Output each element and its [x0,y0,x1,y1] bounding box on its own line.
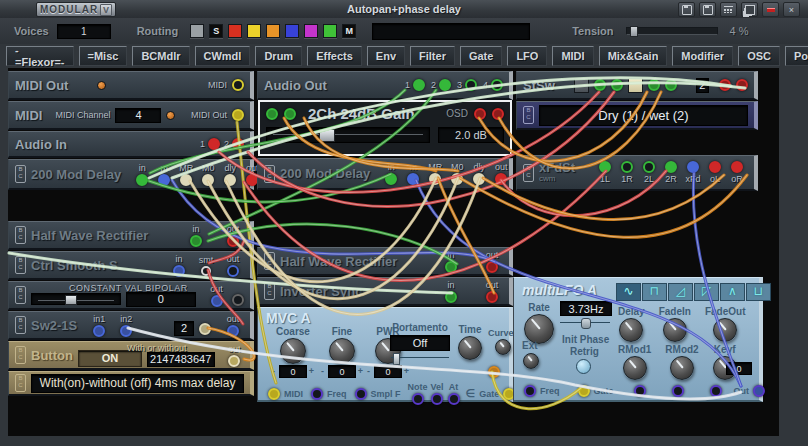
midi-channel-value[interactable]: 4 [115,108,161,123]
stsw-in-port-4[interactable] [665,79,677,91]
in-port[interactable] [190,235,202,247]
module-sw2-1s[interactable]: BC Sw2-1S in1 in2 2 out [8,311,254,340]
xfdst-port[interactable] [731,161,743,173]
note-port[interactable] [412,393,424,405]
lfo-knob[interactable] [619,318,643,342]
stsw-value[interactable]: 2 [696,78,709,93]
waveform-button[interactable]: ∿ [616,283,641,301]
library-tab[interactable]: CWmdl [195,46,251,66]
module-stsw[interactable]: StSw 2 [516,71,758,100]
delay-port[interactable] [429,173,441,185]
mvc-knob-value[interactable]: 0 [374,365,402,378]
mvc-knob[interactable] [329,338,355,364]
module-button[interactable]: BC Button With or without ON 2147483647 … [8,341,254,370]
ext-knob[interactable] [523,353,539,369]
gain-out-port-1[interactable] [474,108,486,120]
midi-port[interactable] [268,388,280,400]
time-knob[interactable] [458,336,482,360]
drywet-display[interactable]: Dry (1) / wet (2) [539,105,748,126]
lfo-knob[interactable] [663,318,687,342]
minimize-button[interactable] [762,2,779,17]
module-audio-in[interactable]: Audio In 12 [8,131,254,158]
stsw-in-port-2[interactable] [611,79,623,91]
button-value[interactable]: 2147483647 [147,352,215,367]
waveform-button[interactable]: ⊔ [746,283,771,301]
routing-display[interactable] [372,23,530,40]
delay-port[interactable] [180,174,192,186]
library-tab[interactable]: Effects [307,46,362,66]
gain-out-port-2[interactable] [492,108,504,120]
tension-handle[interactable] [630,26,638,37]
module-inverter-sync[interactable]: BC Inverter Sync in out [257,277,513,306]
out-port[interactable] [228,355,240,367]
module-multilfo-a[interactable]: multiLFO A ∿⊓◿◸∧⊔ Rate 3.73Hz Init Phase… [513,277,763,402]
library-tab[interactable]: Drum [255,46,302,66]
module-midi-out[interactable]: MIDI Out MIDI [8,71,254,100]
lfo-out-port-3[interactable] [710,385,722,397]
rate-value[interactable]: 3.73Hz [560,301,612,316]
in-port[interactable] [173,265,185,277]
delay-port[interactable] [407,173,419,185]
delay-port[interactable] [202,174,214,186]
module-ctrl-smooth[interactable]: BC Ctrl Smooth S in smt out [8,251,254,280]
smt-port[interactable] [201,266,211,276]
lfo-knob[interactable] [670,356,694,380]
xfdst-port[interactable] [709,161,721,173]
curves-knob[interactable] [495,339,511,355]
constant-slider[interactable] [31,293,121,305]
library-tab[interactable]: LFO [507,46,547,66]
module-audio-out[interactable]: Audio Out 1234 [257,71,513,100]
grid-panel-icon[interactable] [720,2,737,17]
xfdst-port[interactable] [621,161,633,173]
out-port[interactable] [486,261,498,273]
constant-value[interactable]: 0 [126,292,197,307]
delay-port[interactable] [451,173,463,185]
audio-out-port[interactable] [465,79,477,91]
delay-port[interactable] [136,174,148,186]
module-drywet-display[interactable]: BC Dry (1) / wet (2) [516,101,758,130]
out-port[interactable] [486,291,498,303]
audio-in-port[interactable] [232,138,244,150]
library-tab[interactable]: Gate [460,46,502,66]
audio-out-port[interactable] [439,79,451,91]
module-mod-delay-1[interactable]: BC 200 Mod Delay inmMRM0dlyout [8,159,254,190]
library-tab[interactable]: Env [367,46,405,66]
stsw-button-2[interactable] [628,78,643,93]
gain-slider[interactable] [266,127,430,143]
vel-port[interactable] [431,393,443,405]
out-port[interactable] [227,265,239,277]
aux-port[interactable] [232,294,244,306]
library-tab[interactable]: Modifier [672,46,733,66]
gain-in-port-1[interactable] [266,108,278,120]
module-mvc-a[interactable]: MVC A Coarse 0 Fine 0 PWR 0 Portamento O… [257,307,513,402]
lfo-out-port-1[interactable] [634,385,646,397]
save-as-icon[interactable] [699,2,716,17]
routing-swatch[interactable] [228,24,242,38]
save-icon[interactable] [678,2,695,17]
portamento-handle[interactable] [393,353,400,365]
waveform-button[interactable]: ∧ [720,283,745,301]
midi-port[interactable] [232,79,244,91]
keyf-value[interactable]: 0 [726,362,752,375]
library-tab[interactable]: -=Flexor=- [6,46,74,66]
audio-in-port[interactable] [208,138,220,150]
retrig-button[interactable] [576,359,591,374]
out-port[interactable] [211,295,223,307]
module-constant-val[interactable]: BC CONSTANT VAL BIPOLAR 0 out [8,281,254,310]
mvc-knob[interactable] [280,338,306,364]
main-out-port[interactable] [753,385,765,397]
portamento-slider[interactable] [391,353,449,363]
xfdst-port[interactable] [599,161,611,173]
xfdst-port[interactable] [665,161,677,173]
routing-swatch[interactable]: M [342,24,356,38]
out-port[interactable] [227,325,239,337]
stsw-out-port-2[interactable] [736,79,748,91]
gain-value[interactable]: 2.0 dB [438,127,504,143]
library-tab[interactable]: MIDI [552,46,593,66]
delay-port[interactable] [158,174,170,186]
library-tab[interactable]: BCMdlr [132,46,189,66]
library-tab[interactable]: Filter [410,46,455,66]
waveform-button[interactable]: ◿ [668,283,693,301]
lfo-knob[interactable] [713,318,737,342]
in2-port[interactable] [120,325,132,337]
